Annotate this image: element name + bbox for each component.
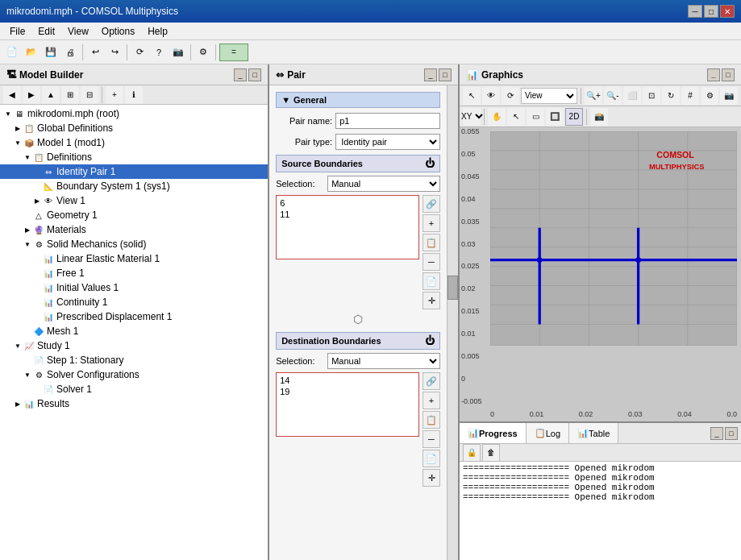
gfx-select[interactable]: ↖ <box>507 108 525 126</box>
source-item-6[interactable]: 6 <box>278 197 417 209</box>
tab-log[interactable]: 📋 Log <box>527 423 569 443</box>
gfx-rect[interactable]: ▭ <box>527 108 544 126</box>
gfx-eye[interactable]: 👁 <box>482 87 500 105</box>
dest-remove-btn[interactable]: ─ <box>423 430 440 448</box>
source-link-btn[interactable]: 🔗 <box>423 195 440 213</box>
dest-item-19[interactable]: 19 <box>278 386 417 397</box>
gfx-view-select[interactable]: View <box>521 88 577 104</box>
tree-item-geometry1[interactable]: △ Geometry 1 <box>0 208 268 222</box>
tree-item-free1[interactable]: 📊 Free 1 <box>0 266 268 280</box>
tree-item-model1[interactable]: ▼ 📦 Model 1 (mod1) <box>0 135 268 150</box>
panel-minimize[interactable]: _ <box>234 68 247 81</box>
dest-item-14[interactable]: 14 <box>278 375 417 386</box>
progress-float[interactable]: □ <box>725 427 738 440</box>
dest-selection-select[interactable]: Manual All boundaries <box>327 353 440 369</box>
pair-name-input[interactable] <box>335 113 440 129</box>
open-button[interactable]: 📂 <box>23 44 40 61</box>
redo-button[interactable]: ↪ <box>106 44 123 61</box>
source-add-btn[interactable]: + <box>423 214 440 232</box>
tree-item-identitypair1[interactable]: ⇔ Identity Pair 1 <box>0 164 268 179</box>
progress-lock-btn[interactable]: 🔒 <box>463 444 481 462</box>
tree-item-bsys1[interactable]: 📐 Boundary System 1 (sys1) <box>0 179 268 193</box>
dest-copy-btn[interactable]: 📋 <box>423 411 440 429</box>
gfx-view3d[interactable]: 🔲 <box>546 108 564 126</box>
panel-float[interactable]: □ <box>248 68 261 81</box>
menu-help[interactable]: Help <box>141 24 174 39</box>
dest-add-btn[interactable]: + <box>423 392 440 409</box>
source-remove-btn[interactable]: ─ <box>423 253 440 271</box>
tree-item-prescribeddisp1[interactable]: 📊 Prescribed Displacement 1 <box>0 309 268 324</box>
close-button[interactable]: ✕ <box>720 5 735 18</box>
minimize-button[interactable]: ─ <box>688 5 702 18</box>
tree-back[interactable]: ◀ <box>3 86 21 104</box>
tree-item-initialvals[interactable]: 📊 Initial Values 1 <box>0 280 268 295</box>
maximize-button[interactable]: □ <box>704 5 718 18</box>
gfx-rotate[interactable]: ↻ <box>662 87 680 105</box>
dest-paste-btn[interactable]: 📄 <box>423 450 440 467</box>
graphics-minimize[interactable]: _ <box>707 68 720 81</box>
tree-item-step1[interactable]: 📄 Step 1: Stationary <box>0 353 268 367</box>
tree-collapse-all[interactable]: ⊟ <box>81 86 98 104</box>
gfx-camera[interactable]: 📷 <box>720 87 738 105</box>
preferences-button[interactable]: ⚙ <box>194 44 212 61</box>
graphics-float[interactable]: □ <box>722 68 735 81</box>
tab-progress[interactable]: 📊 Progress <box>460 423 527 443</box>
gfx-zoom-in[interactable]: 🔍+ <box>585 87 602 105</box>
gfx-2d[interactable]: 2D <box>565 108 583 126</box>
tree-item-linearelastic[interactable]: 📊 Linear Elastic Material 1 <box>0 251 268 266</box>
tree-item-definitions[interactable]: ▼ 📋 Definitions <box>0 150 268 164</box>
tree-item-solidmech[interactable]: ▼ ⚙ Solid Mechanics (solid) <box>0 237 268 251</box>
gfx-zoom-out[interactable]: 🔍- <box>604 87 622 105</box>
refresh-button[interactable]: ⟳ <box>131 44 148 61</box>
menu-edit[interactable]: Edit <box>31 24 61 39</box>
tree-info[interactable]: ℹ <box>125 86 143 104</box>
tree-item-solverconfigs[interactable]: ▼ ⚙ Solver Configurations <box>0 367 268 382</box>
gfx-xy-select[interactable]: XY <box>463 108 481 126</box>
dest-activate-icon[interactable]: ⏻ <box>425 335 435 346</box>
menu-file[interactable]: File <box>3 24 31 39</box>
tree-item-results[interactable]: ▶ 📊 Results <box>0 396 268 411</box>
source-move-btn[interactable]: ✛ <box>423 292 440 309</box>
dest-link-btn[interactable]: 🔗 <box>423 372 440 390</box>
tree-item-solver1[interactable]: 📄 Solver 1 <box>0 382 268 396</box>
source-item-11[interactable]: 11 <box>278 209 417 220</box>
new-button[interactable]: 📄 <box>3 44 21 61</box>
compute-button[interactable]: = <box>219 44 248 61</box>
screenshot-button[interactable]: 📷 <box>169 44 187 61</box>
tab-table[interactable]: 📊 Table <box>569 423 618 443</box>
tree-expand-all[interactable]: ⊞ <box>61 86 79 104</box>
undo-button[interactable]: ↩ <box>86 44 104 61</box>
pair-scrollbar[interactable] <box>447 85 458 560</box>
tree-item-mesh1[interactable]: 🔷 Mesh 1 <box>0 324 268 338</box>
gfx-arrow[interactable]: ↖ <box>463 87 481 105</box>
tree-up[interactable]: ▲ <box>42 86 60 104</box>
gfx-snapshot[interactable]: 📸 <box>590 108 608 126</box>
source-selection-select[interactable]: Manual All boundaries <box>327 176 440 192</box>
gfx-zoom-box[interactable]: ⬜ <box>623 87 641 105</box>
tree-forward[interactable]: ▶ <box>23 86 40 104</box>
source-paste-btn[interactable]: 📄 <box>423 272 440 290</box>
source-copy-btn[interactable]: 📋 <box>423 234 440 251</box>
gfx-settings[interactable]: ⚙ <box>701 87 718 105</box>
save-button[interactable]: 💾 <box>42 44 60 61</box>
menu-options[interactable]: Options <box>95 24 141 39</box>
tree-item-materials[interactable]: ▶ 🔮 Materials <box>0 222 268 237</box>
print-button[interactable]: 🖨 <box>61 44 79 61</box>
tree-item-globaldefs[interactable]: ▶ 📋 Global Definitions <box>0 121 268 135</box>
gfx-pan[interactable]: ✋ <box>488 108 506 126</box>
gfx-grid[interactable]: # <box>681 87 699 105</box>
help-button[interactable]: ? <box>150 44 168 61</box>
gfx-zoom-fit[interactable]: ⊡ <box>643 87 660 105</box>
dest-move-btn[interactable]: ✛ <box>423 469 440 487</box>
tree-item-study1[interactable]: ▼ 📈 Study 1 <box>0 338 268 353</box>
pair-type-select[interactable]: Identity pair Contact pair <box>335 134 440 150</box>
tree-add[interactable]: + <box>106 86 123 104</box>
menu-view[interactable]: View <box>61 24 95 39</box>
tree-item-continuity1[interactable]: 📊 Continuity 1 <box>0 295 268 309</box>
source-activate-icon[interactable]: ⏻ <box>425 158 435 169</box>
pair-minimize[interactable]: _ <box>424 68 437 81</box>
pair-float[interactable]: □ <box>439 68 452 81</box>
tree-item-root[interactable]: ▼ 🖥 mikrodomi.mph (root) <box>0 106 268 121</box>
gfx-refresh[interactable]: ⟳ <box>502 87 519 105</box>
progress-minimize[interactable]: _ <box>710 427 723 440</box>
